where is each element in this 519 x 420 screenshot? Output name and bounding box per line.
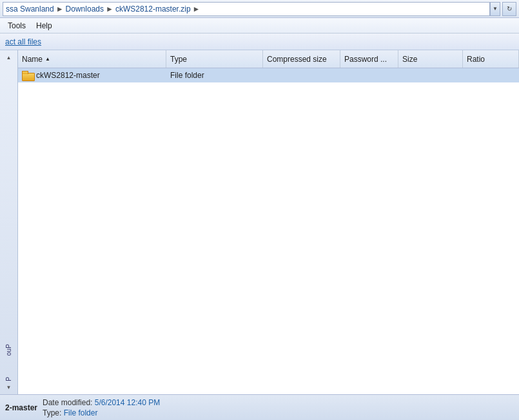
table-row[interactable]: ckWS2812-master File folder [18,68,519,82]
panel-side-label2[interactable]: ou [5,348,12,356]
breadcrumb-ssa[interactable]: ssa Swanland [6,5,54,14]
folder-icon [22,71,34,80]
type-value: File folder [64,408,98,417]
menu-bar: Tools Help [0,18,519,33]
action-bar: act all files [0,33,519,50]
type-label: Type: [43,408,61,417]
file-ratio-cell [463,74,519,77]
breadcrumb-path: ssa Swanland ► Downloads ► ckWS2812-mast… [3,2,490,16]
menu-tools[interactable]: Tools [3,20,31,32]
breadcrumb-downloads[interactable]: Downloads [66,5,104,14]
main-area: ▲ P ou P ▼ Name ▲ Type Compressed size P… [0,50,519,394]
sort-arrow-name: ▲ [45,56,50,62]
scroll-down-arrow[interactable]: ▼ [5,383,14,392]
col-header-compressed[interactable]: Compressed size [263,50,340,68]
file-size-cell [398,74,463,77]
status-type-line: Type: File folder [43,408,160,418]
address-bar: ssa Swanland ► Downloads ► ckWS2812-mast… [0,0,519,18]
status-detail: Date modified: 5/6/2014 12:40 PM Type: F… [43,397,160,418]
breadcrumb-sep-2: ► [106,5,113,14]
col-header-ratio[interactable]: Ratio [463,50,519,68]
breadcrumb-zip[interactable]: ckWS2812-master.zip [115,5,191,14]
file-list: ckWS2812-master File folder [18,68,519,394]
scroll-up-arrow[interactable]: ▲ [5,53,14,62]
col-header-password[interactable]: Password ... [340,50,398,68]
status-bar: 2-master Date modified: 5/6/2014 12:40 P… [0,394,519,420]
refresh-btn[interactable]: ↻ [502,2,516,16]
select-all-link[interactable]: act all files [5,37,41,46]
date-modified-value: 5/6/2014 12:40 PM [95,398,160,407]
menu-help[interactable]: Help [31,20,57,32]
panel-side-label[interactable]: P [5,344,12,348]
date-modified-label: Date modified: [43,398,92,407]
file-type-cell: File folder [166,70,263,81]
status-filename: 2-master [5,403,37,412]
breadcrumb-sep-1: ► [56,5,64,14]
col-header-name[interactable]: Name ▲ [18,50,166,68]
file-area: Name ▲ Type Compressed size Password ...… [18,50,519,394]
file-compressed-cell [263,74,340,77]
col-header-size[interactable]: Size [398,50,463,68]
col-header-type[interactable]: Type [166,50,263,68]
address-dropdown-btn[interactable]: ▼ [490,2,500,16]
file-password-cell [340,74,398,77]
column-headers: Name ▲ Type Compressed size Password ...… [18,50,519,68]
panel-side-label3[interactable]: P [5,377,12,381]
status-date-line: Date modified: 5/6/2014 12:40 PM [43,397,160,408]
breadcrumb-sep-3: ► [193,5,201,14]
left-panel: ▲ P ou P ▼ [0,50,18,394]
file-name-cell: ckWS2812-master [18,70,166,81]
